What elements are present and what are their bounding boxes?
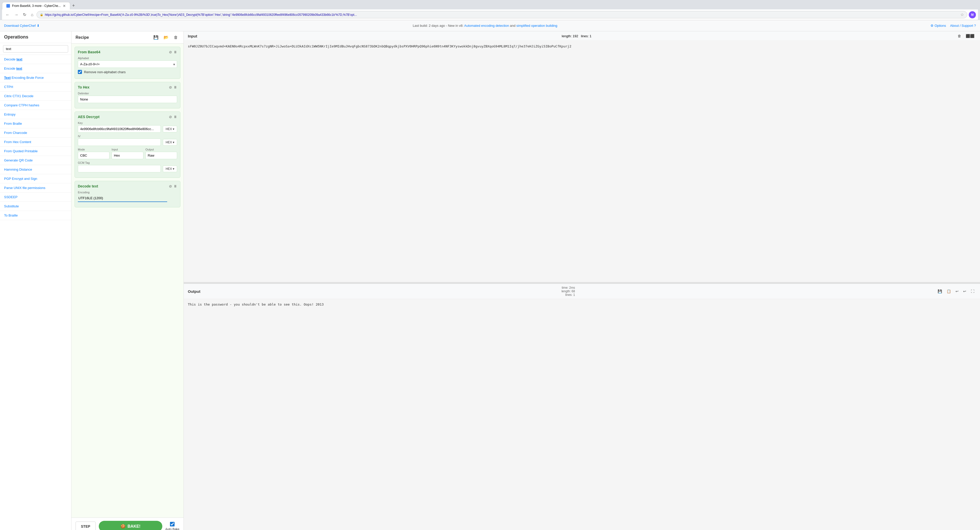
delimiter-label: Delimiter: [78, 92, 177, 95]
mode-input[interactable]: [78, 152, 110, 159]
step-to-hex-disable[interactable]: ⊘: [169, 85, 172, 89]
bake-button[interactable]: 🍪 BAKE!: [99, 521, 162, 530]
step-from-base64-title: From Base64: [78, 50, 100, 54]
download-label: Download CyberChef: [4, 24, 36, 27]
key-encoding-select[interactable]: HEX ▾: [163, 126, 177, 132]
iv-encoding-select[interactable]: HEX ▾: [163, 139, 177, 146]
step-to-hex-title: To Hex: [78, 85, 89, 89]
sidebar-item-from-hex-content[interactable]: From Hex Content: [0, 138, 71, 147]
gcm-tag-encoding-select[interactable]: HEX ▾: [163, 165, 177, 172]
gcm-tag-input[interactable]: [78, 165, 161, 172]
search-input[interactable]: [3, 45, 68, 52]
build-link-operations[interactable]: simplified operation building: [516, 24, 557, 27]
input-select[interactable]: [111, 152, 143, 159]
favicon: [6, 4, 10, 8]
sidebar-item-compare-ctph[interactable]: Compare CTPH hashes: [0, 101, 71, 110]
output-section: Output time: 2ms length: 68 lines: 1: [184, 284, 980, 530]
auto-bake-checkbox[interactable]: [170, 522, 175, 527]
output-actions: 💾 📋 ↩ ↩ ⛶: [936, 289, 976, 294]
home-button[interactable]: ⌂: [29, 12, 35, 17]
io-panel: Input length: 192 lines: 1 🗑 ⬛⬛ sFW0JZ0U…: [184, 32, 980, 530]
back-button[interactable]: ←: [4, 12, 11, 17]
step-decode-text-disable[interactable]: ⊘: [169, 184, 172, 188]
output-switch-button[interactable]: ↩: [954, 289, 960, 294]
step-from-base64-header: From Base64 ⊘ ⏸: [78, 50, 177, 54]
sidebar-item-from-braille[interactable]: From Braille: [0, 119, 71, 128]
sidebar-item-text-encoding-brute-force[interactable]: Text Encoding Brute Force: [0, 73, 71, 83]
build-notice-mid: and: [510, 24, 515, 27]
remove-nonalpha-checkbox[interactable]: [78, 70, 82, 74]
iv-row: HEX ▾: [78, 138, 177, 146]
sidebar-item-hamming-distance[interactable]: Hamming Distance: [0, 165, 71, 174]
sidebar-item-to-braille[interactable]: To Braille: [0, 211, 71, 220]
forward-button[interactable]: →: [13, 12, 20, 17]
step-to-hex-pause[interactable]: ⏸: [173, 85, 177, 89]
output-content: This is the password - you shouldn't be …: [184, 299, 980, 530]
sidebar-item-citrix[interactable]: Citrix CTX1 Decode: [0, 92, 71, 101]
step-to-hex-controls: ⊘ ⏸: [169, 85, 177, 89]
output-copy-button[interactable]: 📋: [945, 289, 953, 294]
open-recipe-button[interactable]: 📂: [162, 35, 170, 40]
sidebar-item-ctph[interactable]: CTPH: [0, 83, 71, 92]
iv-label: IV: [78, 135, 177, 138]
delimiter-input[interactable]: [78, 96, 177, 103]
sidebar-item-ssdeep[interactable]: SSDEEP: [0, 192, 71, 202]
build-notice: Last build: 2 days ago - New in v8: Auto…: [40, 24, 931, 27]
key-input[interactable]: [78, 125, 161, 133]
iv-field-group: IV HEX ▾: [78, 135, 177, 146]
sidebar-item-from-charcode[interactable]: From Charcode: [0, 128, 71, 138]
active-tab[interactable]: From Base64, 3 more - CyberChe... ✕: [2, 2, 70, 10]
step-button[interactable]: STEP: [76, 522, 96, 530]
key-field-group: Key HEX ▾: [78, 121, 177, 133]
alphabet-label: Alphabet: [78, 57, 177, 60]
iv-input[interactable]: [78, 138, 161, 146]
profile-button[interactable]: M: [969, 11, 976, 18]
delimiter-field-group: Delimiter: [78, 92, 177, 103]
step-from-base64-disable[interactable]: ⊘: [169, 50, 172, 54]
bookmark-icon[interactable]: ☆: [960, 12, 964, 17]
step-decode-text-pause[interactable]: ⏸: [173, 184, 177, 188]
output-header: Output time: 2ms length: 68 lines: 1: [184, 284, 980, 299]
input-content[interactable]: sFW0JZ0U7bJICaqvmd+KAEN0o4RcpxxMLWnK7s7z…: [184, 41, 980, 282]
sidebar-item-encode-text[interactable]: Encode text: [0, 64, 71, 73]
output-label: Output: [145, 148, 177, 151]
sidebar-item-pgp[interactable]: PGP Encrypt and Sign: [0, 174, 71, 183]
step-from-base64-pause[interactable]: ⏸: [173, 50, 177, 54]
delete-recipe-button[interactable]: 🗑: [172, 35, 180, 40]
input-clear-button[interactable]: 🗑: [956, 33, 963, 38]
app-header: Download CyberChef ⬇ Last build: 2 days …: [0, 20, 980, 32]
alphabet-select[interactable]: A-Za-z0-9+/=: [78, 60, 177, 68]
save-recipe-button[interactable]: 💾: [152, 35, 160, 40]
output-length: length: 68: [562, 289, 575, 293]
options-link[interactable]: ⚙ Options: [931, 24, 946, 27]
gcm-tag-label: GCM Tag: [78, 161, 177, 164]
options-label: Options: [935, 24, 946, 27]
sidebar-item-substitute[interactable]: Substitute: [0, 202, 71, 211]
output-select[interactable]: [145, 152, 177, 159]
gcm-tag-row: HEX ▾: [78, 165, 177, 172]
sidebar-item-encode-text-highlight: text: [16, 67, 22, 70]
step-aes-pause[interactable]: ⏸: [173, 115, 177, 119]
output-expand-button[interactable]: ⛶: [969, 289, 976, 294]
encoding-field-group: Encoding: [78, 191, 177, 202]
new-tab-button[interactable]: +: [70, 2, 77, 10]
download-link[interactable]: Download CyberChef ⬇: [4, 24, 40, 27]
address-bar[interactable]: 🔒 https://gchq.github.io/CyberChef/#reci…: [37, 11, 967, 18]
refresh-button[interactable]: ↻: [21, 12, 28, 17]
output-save-button[interactable]: 💾: [936, 289, 943, 294]
sidebar-item-from-quoted-printable[interactable]: From Quoted Printable: [0, 147, 71, 156]
build-link-encoding[interactable]: Automated encoding detection: [464, 24, 509, 27]
sidebar-item-generate-qr[interactable]: Generate QR Code: [0, 156, 71, 165]
sidebar-item-decode-text[interactable]: Decode text: [0, 55, 71, 64]
build-notice-prefix: Last build: 2 days ago - New in v8:: [413, 24, 463, 27]
encoding-input[interactable]: [78, 195, 167, 202]
about-link[interactable]: About / Support ?: [950, 24, 976, 27]
input-title: Input: [188, 34, 197, 38]
step-to-hex-header: To Hex ⊘ ⏸: [78, 85, 177, 89]
close-tab-icon[interactable]: ✕: [63, 4, 66, 8]
output-undo-button[interactable]: ↩: [962, 289, 968, 294]
step-aes-disable[interactable]: ⊘: [169, 115, 172, 119]
sidebar-item-parse-unix[interactable]: Parse UNIX file permissions: [0, 183, 71, 192]
sidebar-item-entropy[interactable]: Entropy: [0, 110, 71, 119]
input-upload-button[interactable]: ⬛⬛: [964, 33, 976, 38]
